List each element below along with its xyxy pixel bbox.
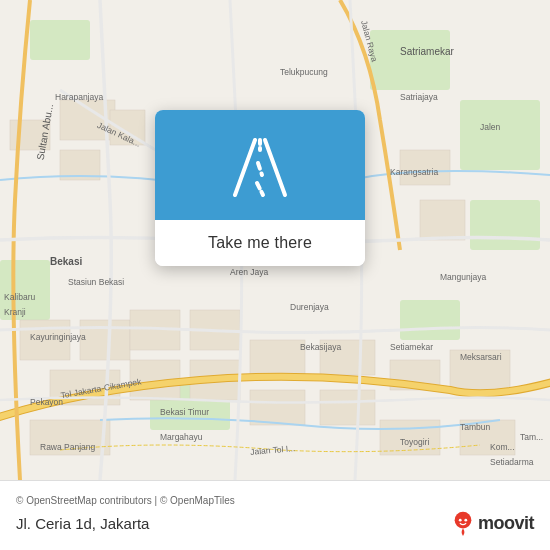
road-icon [220, 125, 300, 205]
navigation-card: Take me there [155, 110, 365, 266]
svg-text:Kom...: Kom... [490, 442, 515, 452]
take-me-there-button[interactable]: Take me there [155, 220, 365, 266]
svg-text:Aren Jaya: Aren Jaya [230, 267, 269, 277]
svg-text:Rawa Panjang: Rawa Panjang [40, 442, 96, 452]
svg-point-66 [455, 512, 472, 529]
svg-line-62 [265, 140, 285, 195]
svg-rect-20 [250, 390, 305, 425]
svg-rect-5 [400, 300, 460, 340]
svg-text:Tam...: Tam... [520, 432, 543, 442]
svg-text:Satriajaya: Satriajaya [400, 92, 438, 102]
svg-text:Pekayon: Pekayon [30, 397, 63, 407]
svg-rect-4 [470, 200, 540, 250]
svg-line-61 [235, 140, 255, 195]
svg-text:Harapanjaya: Harapanjaya [55, 92, 103, 102]
moovit-pin-icon [452, 510, 474, 536]
svg-rect-23 [80, 320, 130, 360]
svg-point-68 [464, 519, 467, 522]
moovit-logo: moovit [452, 510, 534, 536]
svg-text:Kranji: Kranji [4, 307, 26, 317]
svg-rect-18 [250, 340, 305, 375]
svg-rect-3 [460, 100, 540, 170]
moovit-wordmark: moovit [478, 513, 534, 534]
svg-text:Tambun: Tambun [460, 422, 491, 432]
svg-text:Telukpucung: Telukpucung [280, 67, 328, 77]
location-label: Jl. Ceria 1d, Jakarta [16, 515, 149, 532]
svg-text:Durenjaya: Durenjaya [290, 302, 329, 312]
location-row: Jl. Ceria 1d, Jakarta moovit [16, 510, 534, 536]
svg-text:Jalen: Jalen [480, 122, 501, 132]
svg-text:Kalibaru: Kalibaru [4, 292, 35, 302]
svg-text:Kayuringinjaya: Kayuringinjaya [30, 332, 86, 342]
svg-text:Karangsatria: Karangsatria [390, 167, 438, 177]
svg-text:Bekasijaya: Bekasijaya [300, 342, 341, 352]
svg-text:Setiadarma: Setiadarma [490, 457, 534, 467]
svg-text:Toyogiri: Toyogiri [400, 437, 429, 447]
svg-rect-2 [370, 30, 450, 90]
svg-text:Satriamekar: Satriamekar [400, 46, 455, 57]
svg-text:Meksarsari: Meksarsari [460, 352, 502, 362]
svg-rect-21 [320, 390, 375, 425]
svg-text:Setiamekar: Setiamekar [390, 342, 433, 352]
card-image-area [155, 110, 365, 220]
svg-rect-1 [30, 20, 90, 60]
svg-text:Margahayu: Margahayu [160, 432, 203, 442]
svg-line-64 [258, 163, 262, 175]
svg-rect-13 [420, 200, 465, 240]
svg-point-67 [459, 519, 462, 522]
bottom-bar: © OpenStreetMap contributors | © OpenMap… [0, 480, 550, 550]
svg-text:Bekasi Timur: Bekasi Timur [160, 407, 209, 417]
map-attribution: © OpenStreetMap contributors | © OpenMap… [16, 495, 534, 506]
svg-text:Stasiun Bekasi: Stasiun Bekasi [68, 277, 124, 287]
svg-text:Bekasi: Bekasi [50, 256, 82, 267]
svg-text:Mangunjaya: Mangunjaya [440, 272, 487, 282]
svg-line-65 [257, 183, 263, 195]
map-container: Satriamekar Satriajaya Jalen Telukpucung… [0, 0, 550, 480]
